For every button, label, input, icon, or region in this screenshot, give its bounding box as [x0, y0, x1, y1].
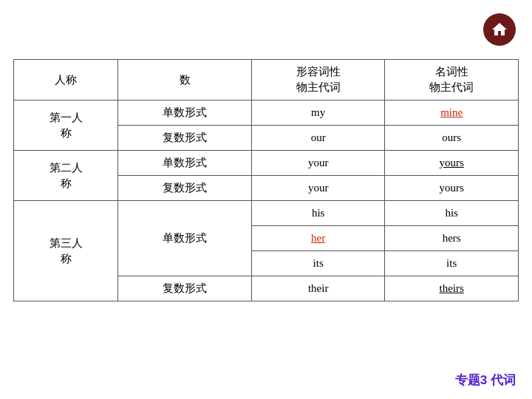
cell-number-plural-3: 复数形式: [118, 276, 252, 301]
cell-number-plural-1: 复数形式: [118, 126, 252, 151]
cell-number-plural-2: 复数形式: [118, 176, 252, 201]
table-row: 第一人称 单数形式 my mine: [14, 100, 519, 126]
cell-person-1: 第一人称: [14, 100, 118, 151]
pronoun-table-container: 人称 数 形容词性物主代词 名词性物主代词 第一人称 单数形式 my mine …: [13, 59, 519, 301]
word-her: her: [311, 232, 325, 244]
home-button[interactable]: [483, 13, 516, 46]
cell-number-singular-1: 单数形式: [118, 100, 252, 126]
cell-noun-ours: ours: [385, 126, 519, 151]
cell-adj-his: his: [251, 201, 385, 226]
cell-noun-hers: hers: [385, 226, 519, 251]
header-person: 人称: [14, 60, 118, 100]
cell-adj-their: their: [251, 276, 385, 301]
cell-number-singular-2: 单数形式: [118, 151, 252, 176]
table-row: 第三人称 单数形式 his his: [14, 201, 519, 226]
cell-noun-theirs: theirs: [385, 276, 519, 301]
word-mine: mine: [440, 106, 463, 118]
header-number: 数: [118, 60, 252, 100]
pronoun-table: 人称 数 形容词性物主代词 名词性物主代词 第一人称 单数形式 my mine …: [13, 59, 519, 301]
table-row: 第二人称 单数形式 your yours: [14, 151, 519, 176]
header-noun-possessive: 名词性物主代词: [385, 60, 519, 100]
cell-noun-mine: mine: [385, 100, 519, 126]
cell-person-3: 第三人称: [14, 201, 118, 301]
cell-noun-his: his: [385, 201, 519, 226]
header-adjective-possessive: 形容词性物主代词: [251, 60, 385, 100]
cell-adj-your-p: your: [251, 176, 385, 201]
word-theirs: theirs: [440, 282, 464, 294]
table-header-row: 人称 数 形容词性物主代词 名词性物主代词: [14, 60, 519, 100]
cell-adj-her: her: [251, 226, 385, 251]
cell-noun-yours-p: yours: [385, 176, 519, 201]
word-yours-singular: yours: [440, 157, 464, 168]
cell-noun-yours-s: yours: [385, 151, 519, 176]
cell-person-2: 第二人称: [14, 151, 118, 201]
cell-number-singular-3: 单数形式: [118, 201, 252, 276]
cell-adj-its: its: [251, 251, 385, 276]
cell-noun-its: its: [385, 251, 519, 276]
footer-label: 专题3 代词: [455, 372, 516, 389]
cell-adj-your-s: your: [251, 151, 385, 176]
cell-adj-our: our: [251, 126, 385, 151]
home-icon: [491, 21, 508, 38]
cell-adj-my: my: [251, 100, 385, 126]
